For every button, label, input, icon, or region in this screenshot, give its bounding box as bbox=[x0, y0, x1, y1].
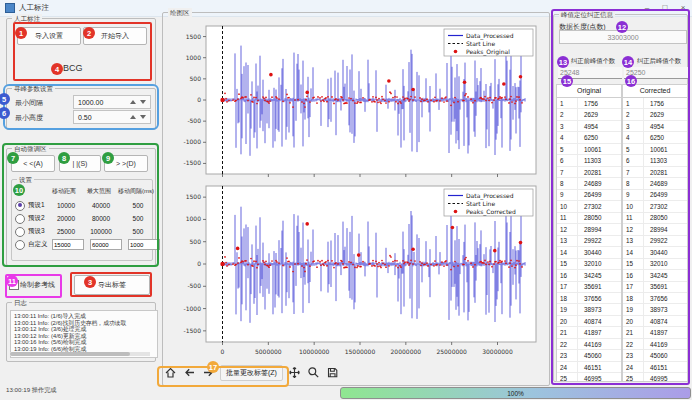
table-row[interactable]: 1938973 bbox=[623, 304, 687, 315]
min-height-spinbox[interactable]: 0.50 bbox=[73, 110, 151, 124]
chart-peaks-corrected[interactable]: 150010005000-500-1000-150005000000100000… bbox=[166, 182, 544, 360]
row-index: 21 bbox=[557, 327, 578, 337]
log-output[interactable]: 13:00:11 Info: (1/6)导入完成13:00:11 Info: (… bbox=[10, 310, 158, 358]
table-row[interactable]: 510061 bbox=[557, 144, 621, 155]
table-row[interactable]: 720281 bbox=[557, 167, 621, 178]
spin-down-icon[interactable] bbox=[140, 100, 146, 104]
table-row[interactable]: 1532010 bbox=[557, 259, 621, 270]
table-row[interactable]: 2546995 bbox=[623, 373, 687, 382]
batch-edit-labels-button[interactable]: 批量更改标签(Z) bbox=[220, 365, 283, 381]
chart-peaks-original[interactable]: 150010005000-500-1000-1500Data_Processed… bbox=[166, 22, 544, 182]
table-row[interactable]: 1128050 bbox=[557, 213, 621, 224]
svg-text:-1500: -1500 bbox=[184, 159, 202, 166]
table-row[interactable]: 1329922 bbox=[557, 236, 621, 247]
table-row[interactable]: 11756 bbox=[557, 98, 621, 109]
spin-up-icon[interactable] bbox=[130, 115, 136, 119]
table-row[interactable]: 720281 bbox=[623, 167, 687, 178]
table-row[interactable]: 824689 bbox=[623, 178, 687, 189]
table-row[interactable]: 2446151 bbox=[623, 362, 687, 373]
custom-value-input[interactable] bbox=[52, 239, 84, 250]
table-row[interactable]: 1735691 bbox=[623, 282, 687, 293]
table-row[interactable]: 1430440 bbox=[557, 247, 621, 258]
back-icon[interactable] bbox=[182, 366, 196, 380]
row-index: 5 bbox=[623, 144, 644, 154]
table-row[interactable]: 34954 bbox=[623, 121, 687, 132]
preset-radio[interactable] bbox=[15, 227, 25, 237]
table-row[interactable]: 2345060 bbox=[623, 350, 687, 361]
table-row[interactable]: 1938973 bbox=[557, 304, 621, 315]
table-row[interactable]: 2546995 bbox=[557, 373, 621, 382]
table-row[interactable]: 510061 bbox=[623, 144, 687, 155]
table-row[interactable]: 1837656 bbox=[623, 293, 687, 304]
original-peaks-table[interactable]: Original11756226293495446250510061611303… bbox=[556, 84, 622, 382]
import-settings-button[interactable]: 导入设置 bbox=[17, 27, 81, 45]
peak-value: 10061 bbox=[644, 146, 668, 153]
peak-value: 1756 bbox=[578, 100, 598, 107]
custom-value-input[interactable] bbox=[90, 239, 122, 250]
spinner-arrows[interactable] bbox=[130, 115, 146, 119]
table-row[interactable]: 22629 bbox=[557, 109, 621, 120]
table-row[interactable]: 1634245 bbox=[623, 270, 687, 281]
preset-radio[interactable] bbox=[15, 214, 25, 224]
svg-text:Start Line: Start Line bbox=[466, 200, 495, 207]
table-row[interactable]: 2244169 bbox=[623, 339, 687, 350]
table-row[interactable]: 11756 bbox=[623, 98, 687, 109]
preset-radio[interactable] bbox=[15, 240, 25, 250]
preset-value: 80000 bbox=[83, 215, 119, 222]
table-row[interactable]: 1128050 bbox=[623, 213, 687, 224]
table-row[interactable]: 2040874 bbox=[623, 316, 687, 327]
table-row[interactable]: 22629 bbox=[623, 109, 687, 120]
table-row[interactable]: 1228994 bbox=[623, 224, 687, 235]
svg-text:30000000: 30000000 bbox=[482, 348, 513, 355]
table-row[interactable]: 46250 bbox=[557, 132, 621, 143]
peak-value: 28050 bbox=[578, 214, 602, 221]
peak-value: 26499 bbox=[644, 191, 668, 198]
spin-down-icon[interactable] bbox=[140, 115, 146, 119]
table-row[interactable]: 611303 bbox=[557, 155, 621, 166]
spinner-arrows[interactable] bbox=[130, 100, 146, 104]
table-row[interactable]: 611303 bbox=[623, 155, 687, 166]
annotation-mark-7: 7 bbox=[7, 152, 19, 164]
annotation-mark-12: 12 bbox=[616, 21, 628, 33]
table-row[interactable]: 1532010 bbox=[623, 259, 687, 270]
zoom-icon[interactable] bbox=[307, 366, 321, 380]
table-row[interactable]: 34954 bbox=[557, 121, 621, 132]
group-auto-finetune-title: 自动微调区 bbox=[12, 144, 49, 153]
table-row[interactable]: 824689 bbox=[557, 178, 621, 189]
table-row[interactable]: 926499 bbox=[623, 190, 687, 201]
row-index: 22 bbox=[623, 339, 644, 349]
table-row[interactable]: 2141897 bbox=[623, 327, 687, 338]
settings-rows: 预设11000040000500预设22000080000500预设325000… bbox=[15, 199, 155, 251]
table-row[interactable]: 46250 bbox=[623, 132, 687, 143]
preset-radio[interactable] bbox=[15, 201, 25, 211]
table-row[interactable]: 2141897 bbox=[557, 327, 621, 338]
home-icon[interactable] bbox=[163, 366, 177, 380]
peak-value: 24689 bbox=[578, 180, 602, 187]
pan-icon[interactable] bbox=[288, 366, 302, 380]
table-row[interactable]: 2446151 bbox=[557, 362, 621, 373]
table-row[interactable]: 1430440 bbox=[623, 247, 687, 258]
corrected-peaks-table[interactable]: Corrected1175622629349544625051006161130… bbox=[622, 84, 688, 382]
scrollbar-thumb[interactable] bbox=[10, 352, 130, 356]
custom-value-input[interactable] bbox=[128, 239, 160, 250]
table-row[interactable]: 1027302 bbox=[623, 201, 687, 212]
table-row[interactable]: 1027302 bbox=[557, 201, 621, 212]
row-index: 8 bbox=[623, 178, 644, 188]
log-horizontal-scrollbar[interactable] bbox=[10, 352, 150, 356]
table-row[interactable]: 1634245 bbox=[557, 270, 621, 281]
table-row[interactable]: 1228994 bbox=[557, 224, 621, 235]
min-interval-spinbox[interactable]: 1000.00 bbox=[73, 95, 151, 109]
table-row[interactable]: 2040874 bbox=[557, 316, 621, 327]
peak-value: 30440 bbox=[578, 249, 602, 256]
table-row[interactable]: 1735691 bbox=[557, 282, 621, 293]
svg-text:Start Line: Start Line bbox=[466, 40, 495, 47]
table-row[interactable]: 1837656 bbox=[557, 293, 621, 304]
table-row[interactable]: 2244169 bbox=[557, 339, 621, 350]
table-header: Corrected bbox=[623, 85, 687, 98]
save-icon[interactable] bbox=[326, 366, 340, 380]
spin-up-icon[interactable] bbox=[130, 100, 136, 104]
table-row[interactable]: 2345060 bbox=[557, 350, 621, 361]
table-row[interactable]: 1329922 bbox=[623, 236, 687, 247]
table-row[interactable]: 926499 bbox=[557, 190, 621, 201]
preset-value: 500 bbox=[119, 228, 157, 235]
